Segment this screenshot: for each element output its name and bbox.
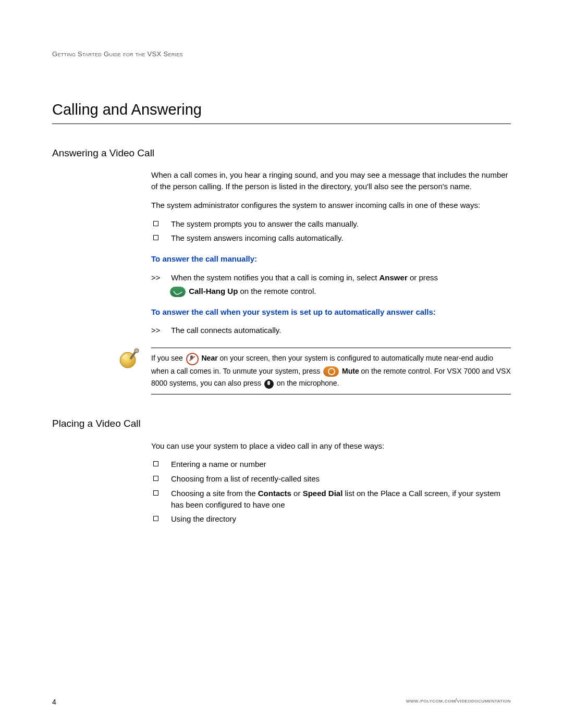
ui-label-callhangup: Call-Hang Up [189, 287, 238, 295]
chapter-title: Calling and Answering [52, 98, 511, 124]
note-bell-icon [117, 348, 140, 371]
list-item: Using the directory [151, 513, 511, 525]
list-item: The system prompts you to answer the cal… [151, 218, 511, 230]
section-body: When a call comes in, you hear a ringing… [151, 169, 511, 394]
note-text: on the microphone. [277, 379, 339, 387]
document-page: Getting Started Guide for the VSX Series… [0, 0, 563, 728]
procedure-step: >> The call connects automatically. [151, 325, 511, 336]
note-block: If you see Near on your screen, then you… [151, 348, 511, 394]
svg-point-2 [134, 349, 139, 353]
list-item: Choosing a site from the Contacts or Spe… [151, 488, 511, 511]
list-item: Entering a name or number [151, 459, 511, 470]
procedure-heading: To answer the call manually: [151, 253, 511, 265]
procedure-step: >> When the system notifies you that a c… [151, 272, 511, 297]
ui-label-answer: Answer [380, 273, 408, 282]
step-marker: >> [151, 272, 169, 283]
footer-url: www.polycom.com/videodocumentation [406, 697, 511, 705]
paragraph: The system administrator configures the … [151, 200, 511, 211]
section-body: You can use your system to place a video… [151, 440, 511, 525]
step-text: The call connects automatically. [171, 326, 282, 335]
step-text: on the remote control. [238, 287, 316, 295]
note-text: If you see [151, 354, 185, 362]
bullet-list: The system prompts you to answer the cal… [151, 218, 511, 244]
list-text: Choosing a site from the [171, 489, 258, 498]
mute-button-icon [323, 366, 339, 377]
procedure-heading: To answer the call when your system is s… [151, 306, 511, 318]
section-heading-answering: Answering a Video Call [52, 146, 511, 161]
bullet-list: Entering a name or number Choosing from … [151, 459, 511, 525]
list-item: The system answers incoming calls automa… [151, 232, 511, 244]
ui-label-speeddial: Speed Dial [303, 489, 343, 498]
step-marker: >> [151, 325, 169, 336]
paragraph: When a call comes in, you hear a ringing… [151, 169, 511, 192]
ui-label-near: Near [201, 354, 217, 362]
step-text: or press [408, 273, 438, 282]
running-header: Getting Started Guide for the VSX Series [52, 50, 511, 59]
near-mute-icon [186, 353, 199, 365]
microphone-icon [264, 379, 274, 389]
paragraph: You can use your system to place a video… [151, 440, 511, 452]
call-icon [170, 287, 186, 297]
list-text: or [291, 489, 303, 498]
list-item: Choosing from a list of recently-called … [151, 473, 511, 485]
section-heading-placing: Placing a Video Call [52, 416, 511, 431]
ui-label-mute: Mute [342, 367, 359, 375]
page-number: 4 [52, 697, 56, 707]
step-text: When the system notifies you that a call… [171, 273, 379, 282]
ui-label-contacts: Contacts [258, 489, 291, 498]
